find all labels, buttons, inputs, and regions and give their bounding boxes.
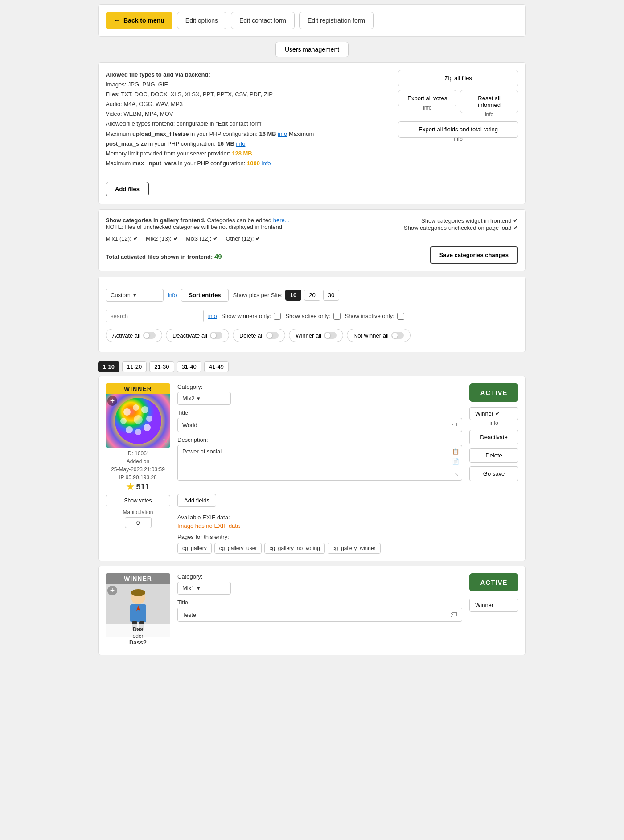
edit-contact-form-button[interactable]: Edit contact form xyxy=(231,12,295,29)
files-title: Allowed file types to add via backend: xyxy=(106,71,210,78)
go-save-button-1[interactable]: Go save xyxy=(469,466,518,481)
page-31-40-button[interactable]: 31-40 xyxy=(177,361,201,372)
input-info-link[interactable]: info xyxy=(262,160,271,167)
entry-meta-1: ID: 16061 Added on 25-May-2023 21:03:59 … xyxy=(106,449,170,481)
rotate-icon[interactable]: ↻ xyxy=(163,437,168,446)
add-fields-button-1[interactable]: Add fields xyxy=(177,494,216,507)
edit-options-button[interactable]: Edit options xyxy=(177,12,226,29)
page-21-30-button[interactable]: 21-30 xyxy=(149,361,174,372)
manipulation-label-1: Manipulation xyxy=(106,509,170,515)
show-cats-text: Show categories in gallery frontend. Cat… xyxy=(106,217,290,224)
winner-button-2[interactable]: Winner xyxy=(469,599,518,612)
description-textarea-1[interactable]: Power of social 📋 📄 ⤡ xyxy=(177,445,462,481)
page-tag-2: cg_gallery_user xyxy=(214,543,262,554)
users-management-button[interactable]: Users management xyxy=(275,42,349,57)
other-check: ✔ xyxy=(255,235,261,242)
deactivate-button-1[interactable]: Deactivate xyxy=(469,430,518,444)
tag-icon-2: 🏷 xyxy=(450,611,457,619)
edit-contact-link[interactable]: Edit contact form xyxy=(218,120,262,127)
active-button-1[interactable]: ACTIVE xyxy=(469,383,518,402)
upload-info-link[interactable]: info xyxy=(278,130,287,137)
show-votes-button-1[interactable]: Show votes xyxy=(106,495,170,506)
manipulation-input-1[interactable] xyxy=(125,517,152,528)
svg-point-3 xyxy=(141,406,148,413)
search-info-link[interactable]: info xyxy=(208,313,217,319)
save-categories-button[interactable]: Save categories changes xyxy=(430,246,518,264)
not-winner-all-button[interactable]: Not winner all xyxy=(347,329,411,342)
entry-overlay-text-2: DasoderDass? xyxy=(106,624,170,648)
page-11-20-button[interactable]: 11-20 xyxy=(122,361,147,372)
delete-button-1[interactable]: Delete xyxy=(469,448,518,463)
files-line: Files: TXT, DOC, DOCX, XLS, XLSX, PPT, P… xyxy=(106,91,273,98)
activate-all-toggle xyxy=(143,332,156,339)
export-fields-button[interactable]: Export all fields and total rating xyxy=(398,121,518,138)
star-icon: ★ xyxy=(126,481,134,492)
svg-point-1 xyxy=(123,408,131,416)
video-line: Video: WEBM, MP4, MOV xyxy=(106,110,173,117)
add-image-button-2[interactable]: + xyxy=(107,586,117,595)
pics-10-button[interactable]: 10 xyxy=(285,290,301,301)
export-votes-button[interactable]: Export all votes xyxy=(398,90,456,106)
svg-point-6 xyxy=(135,429,141,435)
search-input[interactable] xyxy=(106,310,204,322)
upload-line: Maximum upload_max_filesize in your PHP … xyxy=(106,130,314,137)
files-actions: Zip all files Export all votes info Rese… xyxy=(398,70,518,196)
files-panel: Allowed file types to add via backend: I… xyxy=(98,62,526,204)
title-input-2[interactable]: Teste 🏷 xyxy=(177,608,462,622)
winner-button-1[interactable]: Winner ✔ xyxy=(469,407,518,420)
page-tags-1: cg_gallery cg_gallery_user cg_gallery_no… xyxy=(177,543,518,554)
exif-section-1: Available EXIF data: Image has no EXIF d… xyxy=(177,514,518,529)
edit-registration-form-button[interactable]: Edit registration form xyxy=(299,12,374,29)
images-line: Images: JPG, PNG, GIF xyxy=(106,81,168,88)
winner-all-button[interactable]: Winner all xyxy=(289,329,343,342)
chevron-down-icon-cat: ▾ xyxy=(197,395,200,402)
input-line: Maximum max_input_vars in your PHP confi… xyxy=(106,160,271,167)
side-actions-1: ACTIVE Winner ✔ info Deactivate Delete xyxy=(469,383,518,481)
active-button-2[interactable]: ACTIVE xyxy=(469,573,518,591)
custom-select[interactable]: Custom ▾ xyxy=(106,289,164,302)
pics-20-button[interactable]: 20 xyxy=(304,290,320,301)
reset-informed-button[interactable]: Reset all informed xyxy=(460,90,518,113)
entry-details-1: Category: Mix2 ▾ Title: World 🏷 xyxy=(177,383,518,554)
frontend-line: Allowed file types frontend: configurabl… xyxy=(106,120,263,127)
activate-all-button[interactable]: Activate all xyxy=(106,329,162,342)
audio-line: Audio: M4A, OGG, WAV, MP3 xyxy=(106,101,183,107)
show-inactive-checkbox[interactable] xyxy=(397,313,404,320)
category-select-1[interactable]: Mix2 ▾ xyxy=(177,392,231,405)
zip-all-files-button[interactable]: Zip all files xyxy=(398,70,518,86)
cat-top-right: Show categories widget in frontend ✔ Sho… xyxy=(404,217,518,231)
add-files-button[interactable]: Add files xyxy=(106,182,149,196)
chevron-down-icon-cat2: ▾ xyxy=(197,585,200,591)
not-winner-all-toggle xyxy=(391,332,404,339)
post-info-link[interactable]: info xyxy=(236,140,245,147)
memory-line: Memory limit provided from your server p… xyxy=(106,150,252,157)
back-to-menu-button[interactable]: ← Back to menu xyxy=(106,12,172,29)
category-row-1: Category: Mix2 ▾ xyxy=(177,383,462,405)
here-link[interactable]: here... xyxy=(273,217,290,224)
add-image-button-1[interactable]: + xyxy=(107,396,117,406)
show-active-checkbox[interactable] xyxy=(333,313,341,320)
svg-point-8 xyxy=(120,418,127,424)
show-winners-label: Show winners only: xyxy=(221,313,281,320)
winner-badge-1: WINNER xyxy=(106,383,170,394)
svg-point-7 xyxy=(126,426,133,433)
cat-item-mix1: Mix1 (12): ✔ xyxy=(106,235,139,242)
deactivate-all-button[interactable]: Deactivate all xyxy=(166,329,229,342)
widget-checkmark: ✔ xyxy=(513,217,518,224)
title-input-1[interactable]: World 🏷 xyxy=(177,418,462,432)
show-active-label: Show active only: xyxy=(285,313,340,320)
pagination: 1-10 11-20 21-30 31-40 41-49 xyxy=(98,358,526,376)
page-41-49-button[interactable]: 41-49 xyxy=(204,361,229,372)
cat-item-other: Other (12): ✔ xyxy=(226,235,261,242)
category-select-2[interactable]: Mix1 ▾ xyxy=(177,582,231,595)
svg-point-5 xyxy=(144,424,151,431)
custom-info-link[interactable]: info xyxy=(168,292,177,298)
delete-all-button[interactable]: Delete all xyxy=(233,329,285,342)
cat-item-mix3: Mix3 (12): ✔ xyxy=(186,235,219,242)
page-1-10-button[interactable]: 1-10 xyxy=(98,361,119,372)
mix1-check: ✔ xyxy=(133,235,139,242)
show-winners-checkbox[interactable] xyxy=(274,313,281,320)
pics-30-button[interactable]: 30 xyxy=(323,290,339,301)
entry-fields-2: Category: Mix1 ▾ Title: Teste 🏷 xyxy=(177,573,462,626)
sort-entries-button[interactable]: Sort entries xyxy=(181,289,228,302)
